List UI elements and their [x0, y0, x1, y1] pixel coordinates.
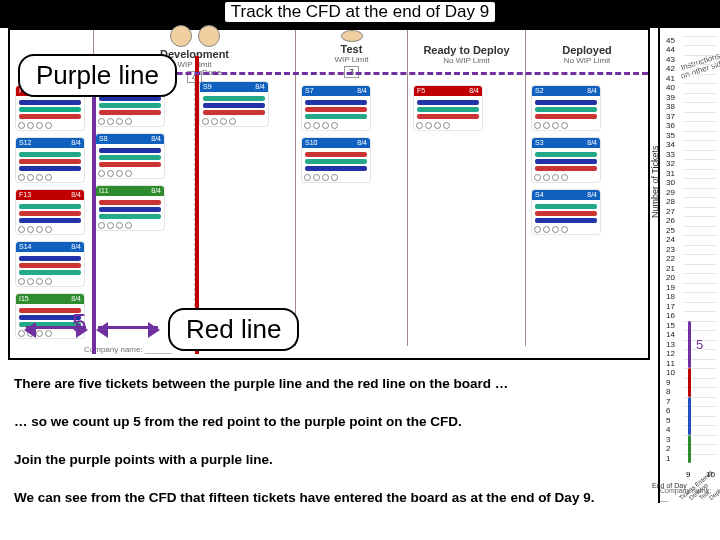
slide: Track the CFD at the end of Day 9 Develo…: [0, 0, 720, 540]
col-name: Test: [341, 43, 363, 55]
col-name: Ready to Deploy: [423, 44, 509, 56]
col-wiplabel: No WIP Limit: [443, 56, 490, 65]
cfd-y-tick: 15: [666, 321, 675, 330]
col-header-test: Test WIP Limit 3: [296, 30, 408, 78]
lane-backlog: F18/4S128/4F138/4S148/4I158/4: [10, 78, 94, 346]
narration-3: Join the purple points with a purple lin…: [14, 452, 706, 467]
cfd-y-tick: 28: [666, 197, 675, 206]
cfd-y-tick: 29: [666, 188, 675, 197]
board-body: F18/4S128/4F138/4S148/4I158/4 In Progres…: [10, 78, 648, 346]
red-line-label: Red line: [168, 308, 299, 351]
cfd-y-tick: 25: [666, 226, 675, 235]
five-label-board: 5: [72, 308, 86, 339]
cfd-y-tick: 35: [666, 131, 675, 140]
cfd-y-tick: 36: [666, 121, 675, 130]
ticket: S38/4: [532, 138, 600, 182]
cfd-y-axis: 4544434241403938373635343332313029282726…: [666, 36, 684, 463]
purple-line-board: [92, 56, 96, 354]
cfd-y-tick: 12: [666, 349, 675, 358]
cfd-five-label: 5: [696, 337, 703, 352]
cfd-y-tick: 23: [666, 245, 675, 254]
cfd-y-tick: 31: [666, 169, 675, 178]
cfd-y-tick: 7: [666, 397, 670, 406]
avatar-icon: [170, 25, 192, 47]
cfd-y-tick: 38: [666, 102, 675, 111]
cfd-y-tick: 45: [666, 36, 675, 45]
cfd-y-tick: 20: [666, 273, 675, 282]
sublane-in-progress: S68/4S88/4I118/4: [94, 78, 194, 234]
ticket: S28/4: [532, 86, 600, 130]
cfd-y-tick: 3: [666, 435, 670, 444]
col-name: Deployed: [562, 44, 612, 56]
lane-test: S78/4S108/4: [296, 78, 408, 346]
sublane-done: S98/4: [198, 78, 294, 130]
cfd-y-tick: 14: [666, 330, 675, 339]
purple-line-label: Purple line: [18, 54, 177, 97]
cfd-chart: Instructions on other side 4544434241403…: [658, 28, 720, 503]
narration-4: We can see from the CFD that fifteen tic…: [14, 490, 706, 505]
avatar-icon: [198, 25, 220, 47]
cfd-y-tick: 40: [666, 83, 675, 92]
cfd-y-tick: 26: [666, 216, 675, 225]
cfd-y-tick: 13: [666, 340, 675, 349]
ticket: F58/4: [414, 86, 482, 130]
cfd-y-tick: 24: [666, 235, 675, 244]
purple-dashed-line: [96, 72, 648, 75]
cfd-series-segment: [688, 321, 691, 368]
cfd-y-label: Number of Tickets: [650, 145, 660, 218]
ticket: I118/4: [96, 186, 164, 230]
cfd-y-tick: 33: [666, 150, 675, 159]
col-wiplabel: WIP Limit: [334, 55, 368, 64]
label-text: Purple line: [36, 60, 159, 90]
cfd-y-tick: 43: [666, 55, 675, 64]
avatar-icon: [341, 30, 363, 42]
cfd-y-tick: 39: [666, 93, 675, 102]
cfd-plot-area: 5: [684, 36, 716, 463]
cfd-y-tick: 16: [666, 311, 675, 320]
ticket: S98/4: [200, 82, 268, 126]
lane-deployed: S28/4S38/4S48/4: [526, 78, 648, 346]
lane-ready: F58/4: [408, 78, 526, 346]
cfd-y-tick: 44: [666, 45, 675, 54]
cfd-y-tick: 22: [666, 254, 675, 263]
col-header-ready: Ready to Deploy No WIP Limit: [408, 30, 526, 78]
slide-title: Track the CFD at the end of Day 9: [0, 2, 720, 22]
ticket: F138/4: [16, 190, 84, 234]
cfd-y-tick: 42: [666, 64, 675, 73]
board-company-name: Company name: ______: [84, 345, 172, 354]
ticket: S128/4: [16, 138, 84, 182]
col-header-deployed: Deployed No WIP Limit: [526, 30, 648, 78]
cfd-y-tick: 32: [666, 159, 675, 168]
cfd-y-tick: 17: [666, 302, 675, 311]
cfd-y-tick: 18: [666, 292, 675, 301]
ticket: S88/4: [96, 134, 164, 178]
cfd-y-tick: 21: [666, 264, 675, 273]
cfd-y-tick: 41: [666, 74, 675, 83]
cfd-y-tick: 11: [666, 359, 675, 368]
cfd-x-tick: 9: [686, 470, 690, 479]
arrow-right-purple: [98, 326, 158, 329]
cfd-y-tick: 34: [666, 140, 675, 149]
cfd-y-tick: 37: [666, 112, 675, 121]
narration-1: There are five tickets between the purpl…: [14, 376, 706, 391]
ticket: S108/4: [302, 138, 370, 182]
label-text: Red line: [186, 314, 281, 344]
cfd-y-tick: 30: [666, 178, 675, 187]
ticket: S148/4: [16, 242, 84, 286]
col-wiplabel: No WIP Limit: [564, 56, 611, 65]
ticket: S48/4: [532, 190, 600, 234]
cfd-y-tick: 19: [666, 283, 675, 292]
cfd-y-tick: 27: [666, 207, 675, 216]
ticket: S78/4: [302, 86, 370, 130]
narration-2: … so we count up 5 from the red point to…: [14, 414, 706, 429]
